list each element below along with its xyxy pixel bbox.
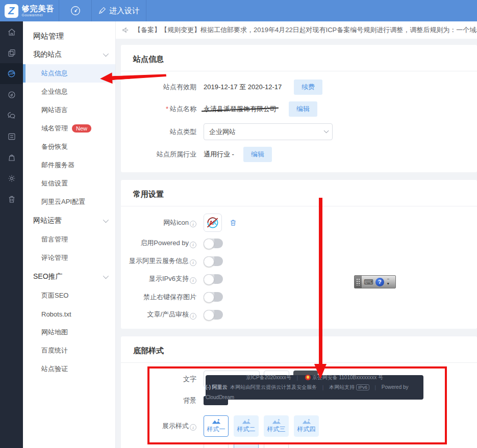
ime-options-button[interactable]: ▾	[387, 282, 390, 286]
required-asterisk: *	[166, 105, 168, 113]
rail-recycle-icon[interactable]	[0, 189, 23, 209]
sidebar-item-sms-settings[interactable]: 短信设置	[23, 174, 115, 193]
toggle-row: 启用Powered byi	[121, 239, 477, 248]
dashboard-button[interactable]	[59, 0, 92, 21]
chevron-down-icon	[103, 51, 109, 57]
site-info-title: 站点信息	[121, 45, 477, 71]
sidebar-item-message-manage[interactable]: 留言管理	[23, 230, 115, 249]
brand-name: 够完美吾	[22, 5, 55, 12]
image-icon	[242, 418, 251, 425]
edit-industry-button[interactable]: 编辑	[243, 147, 272, 162]
ime-help-button[interactable]: ?	[375, 278, 384, 286]
site-type-value: 企业网站	[209, 127, 236, 137]
police-emblem-icon	[305, 375, 311, 380]
ime-language-bar[interactable]: ⌨ ? − ▾	[354, 275, 396, 288]
align-center-button[interactable]	[234, 443, 259, 448]
powered-by-toggle[interactable]	[204, 239, 223, 248]
ipv6-toggle[interactable]	[204, 274, 223, 284]
keyboard-icon[interactable]: ⌨	[364, 279, 373, 285]
common-settings-card: 常用设置 网站iconi A K 启用Po	[121, 180, 477, 329]
sidebar-item-aliyun-api[interactable]: 阿里云API配置	[23, 193, 115, 211]
renew-button[interactable]: 续费	[294, 80, 322, 95]
site-type-label: 站点类型	[121, 127, 196, 137]
sidebar-item-comment-manage[interactable]: 评论管理	[23, 249, 115, 267]
brand-area[interactable]: Z 够完美吾 Gouwanmei	[0, 0, 59, 21]
enter-design-button[interactable]: 进入设计	[92, 0, 146, 21]
info-icon: i	[190, 259, 196, 266]
sidebar-item-mail-server[interactable]: 邮件服务器	[23, 156, 115, 174]
edit-name-button[interactable]: 编辑	[289, 101, 317, 117]
rail-settings-icon[interactable]	[0, 168, 23, 189]
sidebar-item-page-seo[interactable]: 页面SEO	[23, 286, 115, 305]
favicon-row: 网站iconi A K	[121, 214, 477, 232]
validity-label: 站点有效期	[121, 83, 196, 92]
disable-rightclick-toggle[interactable]	[204, 292, 223, 302]
info-icon: i	[190, 277, 196, 284]
chevron-down-icon	[324, 128, 329, 133]
aliyun-logo: (-)	[206, 384, 211, 390]
group-my-site[interactable]: 我的站点	[23, 45, 115, 64]
site-type-select[interactable]: 企业网站	[204, 123, 333, 140]
style-one-button[interactable]: 样式一	[204, 415, 229, 437]
info-icon: i	[190, 313, 196, 320]
group-site-operation[interactable]: 网站运营	[23, 211, 115, 230]
rail-mall-icon[interactable]	[0, 147, 23, 168]
sidebar-item-site-info[interactable]: 站点信息	[23, 64, 115, 83]
image-icon	[302, 418, 311, 425]
site-name-value: 永清县派登服饰有限公司	[204, 104, 277, 114]
toggle-row: 显示IPv6支持i	[121, 274, 477, 284]
icon-rail	[0, 21, 23, 448]
sidebar-item-backup-restore[interactable]: 备份恢复	[23, 138, 115, 156]
enter-design-label: 进入设计	[109, 6, 140, 16]
top-bar: Z 够完美吾 Gouwanmei 进入设计	[0, 0, 477, 21]
common-settings-title: 常用设置	[121, 180, 477, 206]
industry-label: 站点所属行业	[121, 150, 196, 159]
style-two-button[interactable]: 样式二	[234, 415, 259, 437]
sidebar-item-baidu-stats[interactable]: 百度统计	[23, 341, 115, 360]
info-icon: i	[190, 424, 196, 431]
info-icon: i	[190, 221, 196, 227]
speedometer-icon	[70, 5, 81, 16]
new-badge: New	[72, 124, 91, 133]
rail-home-icon[interactable]	[0, 21, 23, 42]
industry-row: 站点所属行业 通用行业 - 编辑	[121, 147, 477, 162]
rail-wechat-icon[interactable]	[0, 105, 23, 126]
sidebar-item-site-language[interactable]: 网站语言	[23, 101, 115, 119]
brand-subname: Gouwanmei	[22, 13, 55, 17]
sidebar-item-domain-manage[interactable]: 域名管理 New	[23, 119, 115, 138]
group-seo[interactable]: SEO推广	[23, 267, 115, 286]
validity-value: 2019-12-17 至 2020-12-17	[204, 83, 282, 92]
info-icon: i	[190, 242, 196, 248]
review-toggle[interactable]	[204, 310, 223, 320]
footer-preview-tooltip: 京ICP备2020xxxx号｜京公网安备 11010Bxxxxxxxx 号 (-…	[206, 375, 423, 400]
side-nav: 网站管理 我的站点 站点信息 企业信息 网站语言 域名管理 New 备份恢复 邮…	[23, 21, 116, 448]
sidebar-item-robots[interactable]: Robots.txt	[23, 305, 115, 323]
site-name-row: *站点名称 永清县派登服饰有限公司 编辑	[121, 101, 477, 117]
pen-icon	[98, 7, 106, 15]
ime-drag-handle[interactable]	[355, 276, 362, 288]
validity-row: 站点有效期 2019-12-17 至 2020-12-17 续费	[121, 80, 477, 95]
footer-style-title: 底部样式	[121, 336, 477, 362]
style-three-button[interactable]: 样式三	[264, 415, 289, 437]
site-name-label: *站点名称	[121, 104, 196, 114]
align-left-button[interactable]	[204, 443, 229, 448]
rail-pages-icon[interactable]	[0, 42, 23, 63]
site-type-row: 站点类型 企业网站	[121, 123, 477, 140]
site-info-card: 站点信息 站点有效期 2019-12-17 至 2020-12-17 续费 *站…	[121, 45, 477, 172]
rail-form-icon[interactable]	[0, 126, 23, 147]
align-row: 对齐方式	[121, 443, 477, 448]
chevron-down-icon	[103, 273, 109, 279]
style-four-button[interactable]: 样式四	[294, 415, 319, 437]
sidebar-item-site-verify[interactable]: 站点验证	[23, 360, 115, 378]
sidebar-item-sitemap[interactable]: 网站地图	[23, 323, 115, 341]
aliyun-info-toggle[interactable]	[204, 256, 223, 266]
align-right-button[interactable]	[264, 443, 289, 448]
rail-domain-icon[interactable]	[0, 84, 23, 105]
sidebar-item-company-info[interactable]: 企业信息	[23, 83, 115, 101]
display-style-row: 展示样式i 样式一 样式二 样式三 样式四	[121, 415, 477, 437]
favicon-thumbnail[interactable]: A K	[204, 214, 222, 232]
delete-favicon-icon[interactable]	[229, 219, 237, 227]
brand-logo-icon: Z	[5, 4, 18, 18]
announcement-bar: 【备案】【规则变更】根据工信部要求，2019年4月22日起对现有ICP备案编号规…	[116, 21, 477, 39]
rail-site-icon[interactable]	[0, 63, 23, 84]
